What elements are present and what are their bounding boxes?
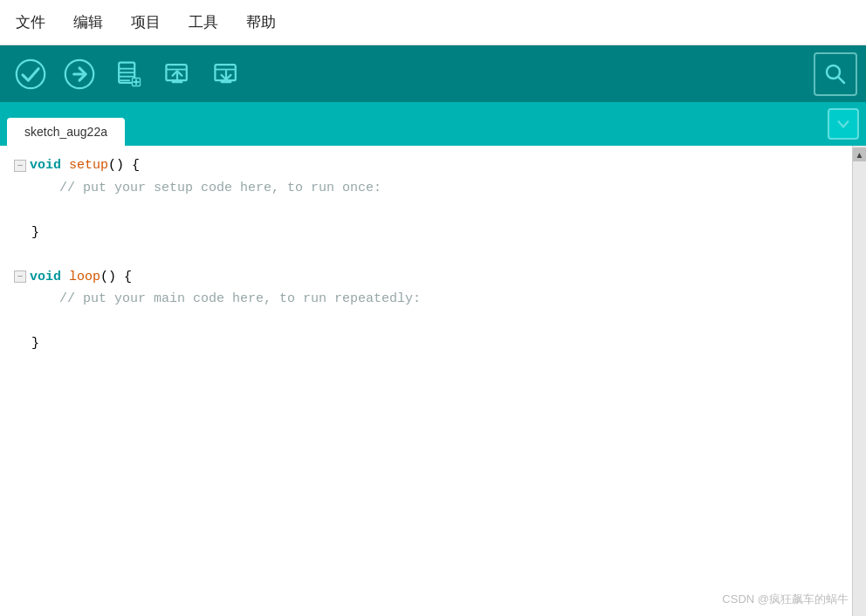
watermark: CSDN @疯狂飙车的蜗牛 <box>722 592 849 607</box>
tab-area: sketch_aug22a <box>0 102 866 146</box>
comment-loop: // put your main code here, to run repea… <box>59 288 421 311</box>
save-button[interactable] <box>204 52 248 96</box>
comment-setup: // put your setup code here, to run once… <box>59 177 381 200</box>
code-line-9: } <box>14 332 838 355</box>
vertical-scrollbar[interactable]: ▲ <box>852 146 866 616</box>
code-editor[interactable]: − void setup () { // put your setup code… <box>0 146 852 616</box>
code-line-4: } <box>14 222 838 244</box>
menu-item-project[interactable]: 项目 <box>126 9 166 36</box>
verify-button[interactable] <box>9 52 52 96</box>
code-line-5 <box>14 243 838 266</box>
new-file-icon <box>113 58 144 90</box>
tab-dropdown-button[interactable] <box>828 108 859 140</box>
code-line-3 <box>14 199 838 222</box>
editor-area: − void setup () { // put your setup code… <box>0 146 866 616</box>
tab-sketch[interactable]: sketch_aug22a <box>7 118 125 146</box>
toolbar <box>0 45 866 102</box>
check-icon <box>15 58 46 90</box>
brace-close-setup: } <box>31 222 39 244</box>
code-line-6: − void loop () { <box>14 266 838 289</box>
code-line-7: // put your main code here, to run repea… <box>14 288 838 311</box>
fn-name-loop: loop <box>69 266 100 289</box>
scroll-up-button[interactable]: ▲ <box>853 147 867 161</box>
menu-item-file[interactable]: 文件 <box>10 9 51 36</box>
keyword-void-2: void <box>30 266 61 289</box>
fn-name-setup: setup <box>69 154 108 177</box>
fn-parens-2: () { <box>100 266 132 289</box>
new-button[interactable] <box>107 52 150 96</box>
keyword-void-1: void <box>30 154 61 177</box>
upload-button[interactable] <box>58 52 101 96</box>
menu-item-edit[interactable]: 编辑 <box>68 9 108 36</box>
menu-item-tools[interactable]: 工具 <box>183 9 223 36</box>
code-line-1: − void setup () { <box>14 154 838 177</box>
menu-item-help[interactable]: 帮助 <box>241 9 281 36</box>
search-button[interactable] <box>814 52 857 96</box>
menu-bar: 文件 编辑 项目 工具 帮助 <box>0 0 866 45</box>
brace-close-loop: } <box>31 332 39 355</box>
code-line-8 <box>14 311 838 333</box>
upload-arrow-icon <box>64 58 95 90</box>
open-file-icon <box>162 58 193 90</box>
svg-point-0 <box>17 59 45 87</box>
search-icon <box>822 61 849 87</box>
chevron-down-icon <box>835 116 851 132</box>
save-file-icon <box>210 58 242 90</box>
fn-parens-1: () { <box>108 154 140 177</box>
collapse-setup-btn[interactable]: − <box>14 160 26 172</box>
open-button[interactable] <box>155 52 199 96</box>
code-line-2: // put your setup code here, to run once… <box>14 177 838 200</box>
collapse-loop-btn[interactable]: − <box>14 270 26 283</box>
svg-line-19 <box>838 77 844 83</box>
